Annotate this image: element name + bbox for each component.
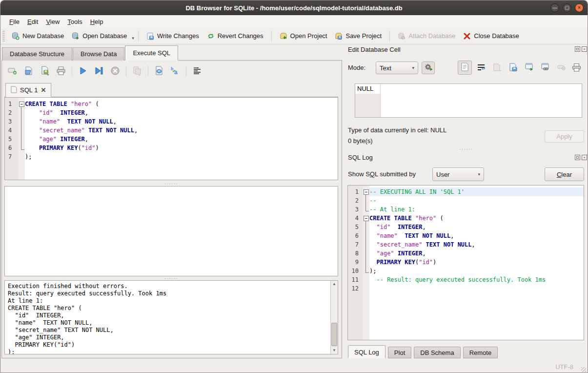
sql-editor[interactable]: 1CREATE TABLE "hero" (2 "id" INTEGER,3 "…: [4, 97, 338, 180]
text-mode-icon: [461, 62, 469, 73]
sql-toolbar: ba: [7, 65, 203, 77]
toolbar-handle[interactable]: [2, 31, 5, 41]
revert-changes-button[interactable]: Revert Changes: [203, 30, 267, 42]
apply-gear-button[interactable]: [422, 62, 435, 74]
close-database-button[interactable]: Close Database: [459, 30, 523, 42]
sql-log-filter-select[interactable]: User▾: [432, 167, 484, 181]
splitter-editor-results[interactable]: [4, 182, 338, 186]
print-cell-button[interactable]: [570, 62, 582, 74]
window-controls: — ▢ ×: [550, 3, 584, 12]
mode-select[interactable]: Text▾: [376, 62, 418, 74]
close-dock-icon[interactable]: ×: [582, 155, 587, 160]
new-database-icon: [12, 32, 20, 40]
cell-value-editor[interactable]: NULL: [355, 83, 582, 118]
new-database-button[interactable]: New Database: [8, 30, 68, 42]
open-project-button[interactable]: Open Project: [276, 30, 331, 42]
tab-plot[interactable]: Plot: [388, 347, 411, 358]
float-dock-icon[interactable]: [575, 155, 580, 160]
sql-toolbar-separator: [186, 66, 186, 76]
menu-tools[interactable]: Tools: [63, 17, 86, 27]
word-wrap-button[interactable]: [475, 62, 487, 74]
close-dock-icon[interactable]: ×: [582, 46, 587, 52]
execute-all-icon[interactable]: [78, 65, 88, 76]
splitter-dock[interactable]: [347, 147, 585, 151]
print-sql-icon[interactable]: [56, 65, 66, 76]
edit-cell-header: Edit Database Cell: [348, 46, 401, 53]
scroll-down-icon[interactable]: ▼: [331, 347, 338, 354]
chevron-down-icon: ▾: [478, 172, 480, 177]
stop-icon[interactable]: [110, 65, 121, 76]
tab-database-structure[interactable]: Database Structure: [2, 47, 72, 61]
menu-help[interactable]: Help: [86, 17, 107, 27]
save-as-icon: [509, 63, 518, 73]
import-file-icon: [492, 63, 502, 73]
import-file-button[interactable]: [491, 62, 503, 74]
sql-toolbar-separator: [72, 66, 72, 76]
splitter-results-log[interactable]: [4, 276, 338, 280]
find-icon[interactable]: [154, 65, 164, 76]
app-window: DB Browser for SQLite - /home/user/code/…: [0, 0, 588, 373]
scroll-up-icon[interactable]: ▲: [331, 281, 338, 288]
clear-button[interactable]: Clear: [545, 167, 584, 181]
save-project-icon: [335, 32, 343, 40]
status-bar: UTF-8: [0, 359, 588, 373]
set-null-icon: [557, 64, 567, 72]
execution-log-text: Execution finished without errors.Result…: [5, 281, 330, 354]
write-changes-button[interactable]: Write Changes: [142, 30, 203, 42]
menu-file[interactable]: File: [5, 17, 23, 27]
apply-gear-icon: [424, 63, 433, 73]
save-project-button[interactable]: Save Project: [331, 30, 385, 42]
attach-database-button[interactable]: Attach Database: [394, 30, 459, 42]
open-database-button[interactable]: Open Database: [68, 30, 131, 42]
title-bar: DB Browser for SQLite - /home/user/code/…: [0, 0, 588, 15]
export-icon: [525, 63, 534, 73]
tab-execute-sql[interactable]: Execute SQL: [125, 45, 178, 61]
mode-label: Mode:: [348, 64, 365, 71]
scrollbar-thumb[interactable]: [331, 323, 337, 346]
close-tab-icon[interactable]: ✕: [41, 86, 46, 94]
link-button[interactable]: [540, 62, 551, 74]
save-sql-file-icon[interactable]: [40, 65, 50, 76]
open-database-icon: [72, 32, 80, 40]
menu-edit[interactable]: Edit: [23, 17, 42, 27]
results-table-pane[interactable]: [4, 186, 338, 276]
save-results-icon[interactable]: [132, 65, 142, 76]
set-null-button[interactable]: [556, 62, 568, 74]
encoding-indicator[interactable]: UTF-8: [555, 363, 573, 371]
open-database-menu-arrow[interactable]: ▾: [132, 36, 134, 41]
export-button[interactable]: [524, 62, 535, 74]
tab-sql-log[interactable]: SQL Log: [348, 345, 385, 358]
attach-database-icon: [398, 32, 406, 40]
menu-view[interactable]: View: [42, 17, 63, 27]
main-tab-bar: Database Structure Browse Data Execute S…: [2, 46, 179, 61]
toolbar-separator: [138, 31, 139, 41]
open-sql-file-icon[interactable]: [23, 65, 34, 76]
execution-log-scrollbar[interactable]: ▲ ▼: [330, 281, 338, 354]
tab-remote[interactable]: Remote: [463, 347, 498, 358]
tab-db-schema[interactable]: DB Schema: [414, 347, 460, 358]
minimize-button[interactable]: —: [550, 3, 559, 12]
sql-log-dock-buttons: ×: [575, 155, 587, 160]
save-as-button[interactable]: [507, 62, 519, 74]
svg-text:b: b: [171, 66, 174, 71]
main-toolbar: New Database Open Database ▾ Write Chang…: [0, 28, 588, 44]
format-sql-icon[interactable]: [192, 65, 203, 76]
sql-log-header: SQL Log: [348, 154, 373, 161]
text-mode-button[interactable]: [458, 61, 472, 75]
execution-log-pane[interactable]: Execution finished without errors.Result…: [4, 280, 338, 354]
tab-browse-data[interactable]: Browse Data: [73, 47, 124, 61]
apply-button[interactable]: Apply: [545, 130, 584, 143]
sql-editor-tab-bar: SQL 1 ✕: [4, 83, 338, 97]
toolbar-separator: [389, 31, 390, 41]
close-button[interactable]: ×: [575, 3, 584, 12]
sql-editor-tab[interactable]: SQL 1 ✕: [5, 83, 51, 97]
new-sql-tab-icon[interactable]: [7, 65, 18, 76]
right-dock: Edit Database Cell × Mode: Text▾: [344, 44, 588, 359]
replace-icon[interactable]: ba: [170, 65, 181, 76]
maximize-button[interactable]: ▢: [563, 3, 571, 12]
float-dock-icon[interactable]: [575, 46, 580, 52]
resize-grip-icon[interactable]: [581, 367, 586, 372]
sql-log-view[interactable]: 1-- EXECUTING ALL IN 'SQL 1'2--3-- At li…: [347, 185, 584, 340]
execute-line-icon[interactable]: [94, 65, 104, 76]
sql-toolbar-separator: [126, 66, 126, 76]
